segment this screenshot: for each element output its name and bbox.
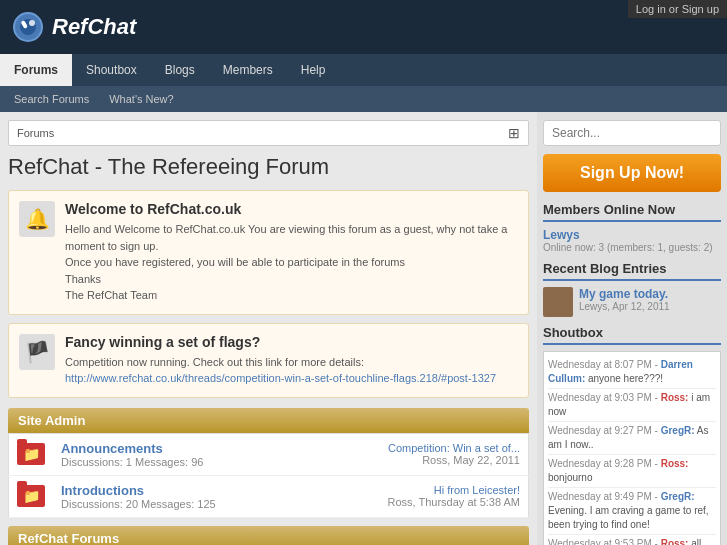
list-item: Wednesday at 9:27 PM - GregR: As am I no… <box>548 422 716 455</box>
latest-by-introductions: Ross, Thursday at 5:38 AM <box>388 496 520 508</box>
login-bar[interactable]: Log in or Sign up <box>628 0 727 18</box>
breadcrumb: Forums ⊞ <box>8 120 529 146</box>
site-admin-table: 📁 Announcements Discussions: 1 Messages:… <box>8 433 529 518</box>
online-count: Online now: 3 (members: 1, guests: 2) <box>543 242 721 253</box>
search-input[interactable] <box>543 120 721 146</box>
table-row: 📁 Announcements Discussions: 1 Messages:… <box>9 433 529 475</box>
folder-icon: 📁 <box>17 485 45 507</box>
left-content: Forums ⊞ RefChat - The Refereeing Forum … <box>0 112 537 545</box>
blog-title[interactable]: My game today. <box>579 287 670 301</box>
list-item: Wednesday at 9:03 PM - Ross: i am now <box>548 389 716 422</box>
whats-new-link[interactable]: What's New? <box>101 90 181 108</box>
logo-icon <box>10 9 46 45</box>
announcement-flags: 🏴 Fancy winning a set of flags? Competit… <box>8 323 529 398</box>
search-forums-link[interactable]: Search Forums <box>6 90 97 108</box>
online-member[interactable]: Lewys <box>543 228 721 242</box>
members-online-title: Members Online Now <box>543 202 721 222</box>
nav-item-members[interactable]: Members <box>209 54 287 86</box>
blog-entry: My game today. Lewys, Apr 12, 2011 <box>543 287 721 317</box>
latest-title-announcements[interactable]: Competition: Win a set of... <box>388 442 520 454</box>
list-item: Wednesday at 8:07 PM - Darren Cullum: an… <box>548 356 716 389</box>
announce-content-2: Fancy winning a set of flags? Competitio… <box>65 334 496 387</box>
blog-meta: Lewys, Apr 12, 2011 <box>579 301 670 312</box>
header: RefChat Log in or Sign up <box>0 0 727 54</box>
svg-point-3 <box>29 20 35 26</box>
announce-body-1: Hello and Welcome to RefChat.co.uk You a… <box>65 221 518 304</box>
forum-desc-introductions: Discussions: 20 Messages: 125 <box>61 498 299 510</box>
shoutbox[interactable]: Wednesday at 8:07 PM - Darren Cullum: an… <box>543 351 721 545</box>
forum-desc-announcements: Discussions: 1 Messages: 96 <box>61 456 299 468</box>
announce-icon-2: 🏴 <box>19 334 55 370</box>
folder-icon: 📁 <box>17 443 45 465</box>
latest-by-announcements: Ross, May 22, 2011 <box>422 454 520 466</box>
forum-name-introductions[interactable]: Introductions <box>61 483 299 498</box>
blog-avatar <box>543 287 573 317</box>
sub-nav: Search Forums What's New? <box>0 86 727 112</box>
table-row: 📁 Introductions Discussions: 20 Messages… <box>9 475 529 517</box>
signup-button[interactable]: Sign Up Now! <box>543 154 721 192</box>
nav-item-shoutbox[interactable]: Shoutbox <box>72 54 151 86</box>
shoutbox-title: Shoutbox <box>543 325 721 345</box>
refchat-forums-header: RefChat Forums <box>8 526 529 546</box>
list-item: Wednesday at 9:49 PM - GregR: Evening. I… <box>548 488 716 535</box>
forum-name-announcements[interactable]: Announcements <box>61 441 299 456</box>
right-sidebar: Sign Up Now! Members Online Now Lewys On… <box>537 112 727 545</box>
main-nav: Forums Shoutbox Blogs Members Help <box>0 54 727 86</box>
breadcrumb-home[interactable]: Forums <box>17 127 54 139</box>
announce-content-1: Welcome to RefChat.co.uk Hello and Welco… <box>65 201 518 304</box>
forum-icon-introductions: 📁 <box>9 475 54 517</box>
forum-info-announcements: Announcements Discussions: 1 Messages: 9… <box>53 433 307 475</box>
site-title: RefChat <box>52 14 136 40</box>
forum-latest-introductions: Hi from Leicester! Ross, Thursday at 5:3… <box>307 475 529 517</box>
recent-blogs-title: Recent Blog Entries <box>543 261 721 281</box>
announce-icon-1: 🔔 <box>19 201 55 237</box>
latest-title-introductions[interactable]: Hi from Leicester! <box>434 484 520 496</box>
competition-link[interactable]: http://www.refchat.co.uk/threads/competi… <box>65 372 496 384</box>
blog-info: My game today. Lewys, Apr 12, 2011 <box>579 287 670 317</box>
nav-item-forums[interactable]: Forums <box>0 54 72 86</box>
logo-area: RefChat <box>10 9 136 45</box>
main-layout: Forums ⊞ RefChat - The Refereeing Forum … <box>0 112 727 545</box>
list-item: Wednesday at 9:53 PM - Ross: all good th… <box>548 535 716 545</box>
expand-icon[interactable]: ⊞ <box>508 125 520 141</box>
site-admin-header: Site Admin <box>8 408 529 433</box>
list-item: Wednesday at 9:28 PM - Ross: bonjourno <box>548 455 716 488</box>
announcement-welcome: 🔔 Welcome to RefChat.co.uk Hello and Wel… <box>8 190 529 315</box>
announce-body-2: Competition now running. Check out this … <box>65 354 496 387</box>
announce-title-1: Welcome to RefChat.co.uk <box>65 201 518 217</box>
announce-title-2: Fancy winning a set of flags? <box>65 334 496 350</box>
nav-item-blogs[interactable]: Blogs <box>151 54 209 86</box>
nav-item-help[interactable]: Help <box>287 54 340 86</box>
forum-icon-announcements: 📁 <box>9 433 54 475</box>
forum-latest-announcements: Competition: Win a set of... Ross, May 2… <box>307 433 529 475</box>
page-title: RefChat - The Refereeing Forum <box>8 154 529 180</box>
forum-info-introductions: Introductions Discussions: 20 Messages: … <box>53 475 307 517</box>
